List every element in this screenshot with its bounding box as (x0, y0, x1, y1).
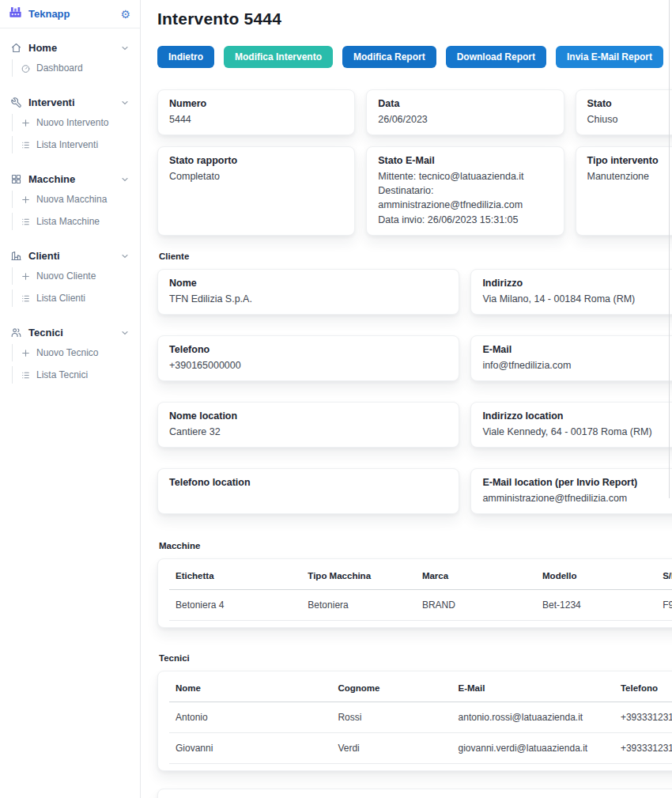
sidebar-section-label: Interventi (28, 96, 75, 108)
card-label: Nome (169, 278, 447, 289)
plus-icon (21, 195, 31, 205)
chevron-down-icon (120, 175, 130, 184)
sidebar-section-interventi[interactable]: Interventi (0, 93, 140, 112)
cliente-nome-card: Nome TFN Edilizia S.p.A. (157, 269, 459, 315)
sidebar-item-lista-interventi[interactable]: Lista Interventi (12, 136, 140, 153)
card-value: Cantiere 32 (169, 425, 447, 439)
card-value: 5444 (169, 112, 343, 127)
column-header: Modello (536, 562, 656, 590)
column-header: Cognome (331, 675, 451, 702)
email-location-card: E-Mail location (per Invio Report) ammin… (470, 468, 672, 514)
nav-sub-home: Dashboard (0, 58, 140, 83)
data-card: Data 26/06/2023 (366, 89, 564, 135)
send-email-report-button[interactable]: Invia E-Mail Report (556, 46, 663, 68)
table-row: Antonio Rossi antonio.rossi@latuaazienda… (169, 702, 672, 733)
sidebar-header: Teknapp ⚙ (0, 0, 140, 28)
list-icon (21, 217, 31, 227)
sidebar-item-label: Nuovo Tecnico (36, 347, 99, 358)
cliente-indirizzo-card: Indirizzo Via Milano, 14 - 00184 Roma (R… (470, 269, 672, 315)
tecnici-section-label: Tecnici (159, 653, 672, 663)
sidebar-item-lista-macchine[interactable]: Lista Macchine (12, 213, 140, 230)
table-cell: +39333123123122 (614, 733, 672, 764)
toolbar: Indietro Modifica Intervento Modifica Re… (157, 46, 672, 68)
sidebar-item-nuova-macchina[interactable]: Nuova Macchina (12, 191, 140, 208)
nav-section-macchine: Macchine Nuova Macchina (0, 169, 140, 236)
table-cell: Verdi (331, 733, 451, 764)
chevron-down-icon (120, 252, 130, 261)
sidebar-item-label: Dashboard (36, 62, 83, 74)
cliente-email-card: E-Mail info@tfnedilizia.com (470, 335, 672, 381)
users-icon (10, 327, 22, 338)
back-button[interactable]: Indietro (157, 46, 214, 68)
table-row: Betoniera 4 Betoniera BRAND Bet-1234 F99… (169, 590, 672, 621)
sidebar-item-lista-tecnici[interactable]: Lista Tecnici (12, 366, 140, 384)
sidebar-nav: Home Dashboard (0, 28, 140, 390)
card-value: Via Milano, 14 - 00184 Roma (RM) (482, 292, 672, 306)
sidebar-section-label: Tecnici (28, 327, 63, 338)
home-icon (10, 42, 22, 54)
nav-section-interventi: Interventi Nuovo Intervento (0, 93, 140, 160)
table-cell: +39333123123123 (614, 702, 672, 733)
sidebar-item-nuovo-tecnico[interactable]: Nuovo Tecnico (12, 344, 140, 361)
tool-icon (10, 96, 22, 108)
card-value: +390165000000 (169, 358, 447, 373)
list-icon (21, 293, 31, 304)
card-label: E-Mail location (per Invio Report) (482, 477, 672, 488)
column-header: Tipo Macchina (301, 562, 416, 590)
email-status-line: Mittente: tecnico@latuaazienda.it (378, 169, 552, 183)
lavori-eseguiti-card: Lavori Eseguiti Eseguita manutenzione or… (157, 789, 672, 798)
table-cell: F9994 (656, 590, 672, 621)
sidebar-section-home[interactable]: Home (0, 38, 140, 58)
brand-link[interactable]: Teknapp (8, 5, 70, 23)
numero-card: Numero 5444 (157, 89, 355, 135)
card-label: Nome location (169, 410, 447, 422)
card-value: Viale Kennedy, 64 - 00178 Roma (RM) (482, 425, 672, 439)
table-cell: giovanni.verdi@latuaazienda.it (452, 733, 614, 764)
edit-report-button[interactable]: Modifica Report (342, 46, 436, 68)
machines-grid-icon (10, 173, 22, 185)
nome-location-card: Nome location Cantiere 32 (157, 402, 459, 448)
nav-sub-interventi: Nuovo Intervento Lista Interventi (0, 112, 140, 160)
email-status-line: Destinatario: amministrazione@tfnedilizi… (378, 183, 552, 212)
table-cell: Giovanni (169, 733, 331, 764)
email-status-line: Data invio: 26/06/2023 15:31:05 (378, 213, 552, 227)
sidebar-item-label: Nuova Macchina (36, 194, 107, 205)
column-header: E-Mail (452, 675, 614, 702)
cliente-telefono-card: Telefono +390165000000 (157, 335, 459, 381)
download-report-button[interactable]: Download Report (446, 46, 546, 68)
nav-sub-macchine: Nuova Macchina Lista Macchine (0, 189, 140, 236)
sidebar-item-lista-clienti[interactable]: Lista Clienti (12, 289, 140, 307)
building-icon (10, 250, 22, 262)
card-value: amministrazione@tfnedilizia.com (482, 491, 672, 505)
sidebar-section-clienti[interactable]: Clienti (0, 246, 140, 266)
column-header: Etichetta (169, 562, 301, 590)
sidebar-item-nuovo-cliente[interactable]: Nuovo Cliente (12, 267, 140, 285)
sidebar-item-dashboard[interactable]: Dashboard (12, 59, 140, 77)
sidebar-section-macchine[interactable]: Macchine (0, 169, 140, 189)
card-label: Telefono location (169, 477, 447, 488)
telefono-location-card: Telefono location (157, 468, 459, 514)
column-header: Nome (169, 675, 331, 702)
settings-gear-icon[interactable]: ⚙ (120, 9, 130, 20)
table-cell: Antonio (169, 702, 331, 733)
table-cell: Betoniera (301, 590, 416, 621)
plus-icon (21, 348, 31, 358)
brand-name: Teknapp (28, 8, 70, 20)
table-row: Giovanni Verdi giovanni.verdi@latuaazien… (169, 733, 672, 764)
cliente-section-label: Cliente (159, 252, 672, 261)
card-label: Indirizzo location (482, 410, 672, 422)
table-cell: antonio.rossi@latuaazienda.it (452, 702, 614, 733)
tipo-intervento-card: Tipo intervento Manutenzione (576, 146, 672, 236)
macchine-table-card: Etichetta Tipo Macchina Marca Modello S/… (157, 558, 672, 628)
sidebar-item-nuovo-intervento[interactable]: Nuovo Intervento (12, 114, 140, 131)
content-scroll-divider (669, 0, 670, 498)
sidebar-section-tecnici[interactable]: Tecnici (0, 323, 140, 342)
chevron-down-icon (120, 98, 130, 108)
indirizzo-location-card: Indirizzo location Viale Kennedy, 64 - 0… (470, 402, 672, 448)
card-label: E-Mail (482, 344, 672, 355)
table-cell: Bet-1234 (536, 590, 656, 621)
list-icon (21, 140, 31, 150)
edit-intervento-button[interactable]: Modifica Intervento (224, 46, 333, 68)
sidebar-section-label: Macchine (28, 173, 75, 185)
app-root: Teknapp ⚙ Home (0, 0, 672, 798)
